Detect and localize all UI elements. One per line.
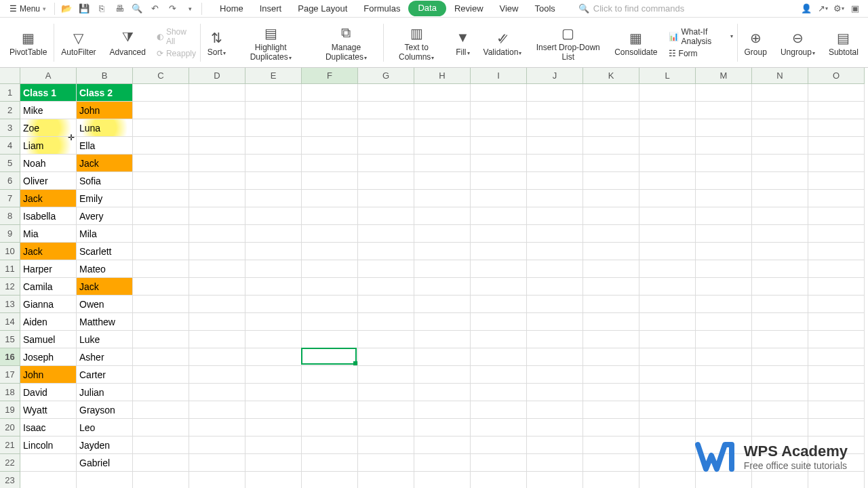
row-header-8[interactable]: 8 [0, 207, 20, 225]
row-header-23[interactable]: 23 [0, 472, 20, 488]
row-header-19[interactable]: 19 [0, 401, 20, 419]
cell-B18[interactable]: Julian [77, 384, 133, 401]
cell-B17[interactable]: Carter [77, 366, 133, 384]
cell-C7[interactable] [133, 190, 189, 207]
cell-A14[interactable]: Aiden [20, 313, 77, 331]
cell-K2[interactable] [583, 102, 639, 119]
cell-D23[interactable] [189, 472, 245, 488]
highlight-duplicates-button[interactable]: ▤ Highlight Duplicates▾ [233, 18, 309, 67]
cell-I14[interactable] [471, 313, 527, 331]
cell-M8[interactable] [696, 207, 752, 225]
cell-J1[interactable] [527, 84, 583, 102]
text-to-columns-button[interactable]: ▥ Text to Columns▾ [384, 18, 449, 67]
cell-G2[interactable] [358, 102, 414, 119]
cell-G19[interactable] [358, 401, 414, 419]
cell-N8[interactable] [752, 207, 808, 225]
cell-I6[interactable] [471, 172, 527, 190]
cell-D5[interactable] [189, 155, 245, 172]
cell-A10[interactable]: Jack [20, 243, 77, 260]
manage-duplicates-button[interactable]: ⧉ Manage Duplicates▾ [309, 18, 383, 67]
cell-H23[interactable] [414, 472, 471, 488]
whatif-button[interactable]: 📊What-If Analysis▾ [669, 27, 733, 46]
cell-O17[interactable] [808, 366, 865, 384]
cell-E9[interactable] [245, 225, 302, 243]
cell-F23[interactable] [302, 472, 358, 488]
command-search[interactable]: 🔍 Click to find commands [578, 3, 684, 14]
open-icon[interactable]: 📂 [59, 1, 74, 16]
row-header-4[interactable]: 4 [0, 137, 20, 155]
cell-B23[interactable] [77, 472, 133, 488]
cell-B3[interactable]: Luna [77, 119, 133, 137]
column-header-O[interactable]: O [808, 68, 865, 84]
cell-F4[interactable] [302, 137, 358, 155]
tab-data[interactable]: Data [408, 1, 446, 16]
cell-I11[interactable] [471, 260, 527, 278]
row-header-7[interactable]: 7 [0, 190, 20, 207]
cell-G3[interactable] [358, 119, 414, 137]
cell-M12[interactable] [696, 278, 752, 296]
tab-home[interactable]: Home [212, 1, 252, 16]
cell-A9[interactable]: Mia [20, 225, 77, 243]
ungroup-button[interactable]: ⊖ Ungroup▾ [774, 18, 822, 67]
cell-K6[interactable] [583, 172, 639, 190]
cell-A20[interactable]: Isaac [20, 419, 77, 436]
cell-F1[interactable] [302, 84, 358, 102]
cell-H19[interactable] [414, 401, 471, 419]
cell-H8[interactable] [414, 207, 471, 225]
redo-icon[interactable]: ↷ [165, 1, 180, 16]
cell-A17[interactable]: John [20, 366, 77, 384]
cell-C14[interactable] [133, 313, 189, 331]
cell-C12[interactable] [133, 278, 189, 296]
cell-K20[interactable] [583, 419, 639, 436]
cell-B22[interactable]: Gabriel [77, 454, 133, 472]
cell-L15[interactable] [639, 331, 696, 348]
cell-J12[interactable] [527, 278, 583, 296]
cell-I10[interactable] [471, 243, 527, 260]
cell-L11[interactable] [639, 260, 696, 278]
cell-A16[interactable]: Joseph [20, 348, 77, 366]
cell-J10[interactable] [527, 243, 583, 260]
tab-view[interactable]: View [492, 1, 527, 16]
row-header-10[interactable]: 10 [0, 243, 20, 260]
cell-C4[interactable] [133, 137, 189, 155]
cell-E13[interactable] [245, 296, 302, 313]
cell-D19[interactable] [189, 401, 245, 419]
cell-I23[interactable] [471, 472, 527, 488]
cell-H18[interactable] [414, 384, 471, 401]
cell-M1[interactable] [696, 84, 752, 102]
cell-O15[interactable] [808, 331, 865, 348]
form-button[interactable]: ☷Form [669, 49, 733, 58]
cell-K5[interactable] [583, 155, 639, 172]
cell-A6[interactable]: Oliver [20, 172, 77, 190]
cell-D11[interactable] [189, 260, 245, 278]
cell-D14[interactable] [189, 313, 245, 331]
cell-C23[interactable] [133, 472, 189, 488]
cell-B20[interactable]: Leo [77, 419, 133, 436]
column-header-I[interactable]: I [471, 68, 527, 84]
cell-G7[interactable] [358, 190, 414, 207]
cell-N20[interactable] [752, 419, 808, 436]
cell-E17[interactable] [245, 366, 302, 384]
export-icon[interactable]: ⎘ [94, 1, 109, 16]
column-header-L[interactable]: L [639, 68, 696, 84]
cell-J2[interactable] [527, 102, 583, 119]
cell-H17[interactable] [414, 366, 471, 384]
cell-L16[interactable] [639, 348, 696, 366]
cell-L10[interactable] [639, 243, 696, 260]
cell-A3[interactable]: Zoe [20, 119, 77, 137]
cell-E2[interactable] [245, 102, 302, 119]
cell-H9[interactable] [414, 225, 471, 243]
cell-A12[interactable]: Camila [20, 278, 77, 296]
autofilter-button[interactable]: ▽ AutoFilter [54, 18, 102, 67]
cell-G10[interactable] [358, 243, 414, 260]
cell-J19[interactable] [527, 401, 583, 419]
cell-B2[interactable]: John [77, 102, 133, 119]
cell-J15[interactable] [527, 331, 583, 348]
cell-L13[interactable] [639, 296, 696, 313]
cell-C18[interactable] [133, 384, 189, 401]
cell-I15[interactable] [471, 331, 527, 348]
cell-L1[interactable] [639, 84, 696, 102]
cell-M20[interactable] [696, 419, 752, 436]
cell-I3[interactable] [471, 119, 527, 137]
cell-A1[interactable]: Class 1 [20, 84, 77, 102]
